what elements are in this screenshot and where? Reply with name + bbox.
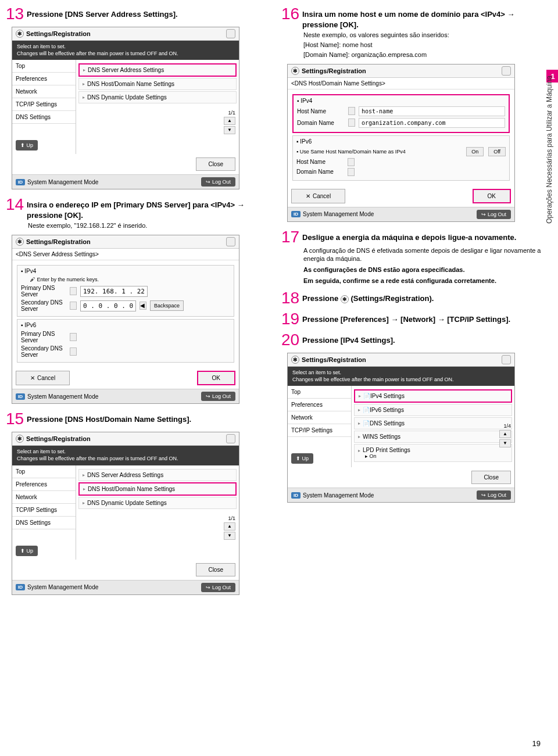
logout-button[interactable]: ↪ Log Out <box>201 583 235 592</box>
page-up[interactable]: ▲ <box>224 522 235 531</box>
window-title: Settings/Registration <box>26 30 91 37</box>
page-down[interactable]: ▼ <box>499 439 511 447</box>
item-dns-server-address[interactable]: ▸DNS Server Address Settings <box>78 63 237 77</box>
group-ipv4: IPv4 <box>301 98 312 104</box>
primary-dns-input[interactable]: 192. 168. 1 . 22 <box>80 286 148 297</box>
instruction-banner: Select an item to set.Changes will be ef… <box>12 446 239 465</box>
cursor-left-icon[interactable]: ◀ <box>140 302 146 310</box>
item-ipv4-settings[interactable]: ▸📄 IPv4 Settings <box>354 389 512 403</box>
step-text: Pressione [DNS Server Address Settings]. <box>27 6 178 20</box>
breadcrumb: <DNS Server Address Settings> <box>12 249 239 260</box>
mode-label: System Management Mode <box>27 179 98 185</box>
off-button[interactable]: Off <box>488 147 506 156</box>
cancel-button[interactable]: ✕ Cancel <box>291 189 345 203</box>
label-domainname: Domain Name <box>297 120 345 126</box>
domainname-input[interactable]: organization.company.com <box>359 118 505 128</box>
crumb-preferences[interactable]: Preferences <box>12 73 76 85</box>
logout-button[interactable]: ↪ Log Out <box>477 490 511 500</box>
step-text: Pressione ✻ (Settings/Registration). <box>302 290 434 304</box>
help-icon[interactable] <box>226 237 235 246</box>
ok-button[interactable]: OK <box>197 371 235 385</box>
id-badge: ID <box>291 492 301 499</box>
hostname-input[interactable]: host-name <box>359 106 505 116</box>
backspace-button[interactable]: Backspace <box>150 300 184 311</box>
group-ipv6: IPv6 <box>24 322 36 328</box>
crumb-tcpip[interactable]: TCP/IP Settings <box>12 504 76 517</box>
crumb-network[interactable]: Network <box>12 491 76 504</box>
chevron-icon[interactable] <box>348 158 355 166</box>
item-dns-settings[interactable]: ▸📄 DNS Settings <box>354 417 512 429</box>
crumb-network[interactable]: Network <box>12 85 76 98</box>
mode-label: System Management Mode <box>27 584 98 590</box>
crumb-dns[interactable]: DNS Settings <box>12 111 76 124</box>
item-dns-dynamic[interactable]: ▸DNS Dynamic Update Settings <box>78 497 237 509</box>
item-dns-host-domain[interactable]: ▸DNS Host/Domain Name Settings <box>78 78 237 90</box>
gear-icon: ✻ <box>291 67 299 75</box>
logout-button[interactable]: ↪ Log Out <box>201 392 235 401</box>
logout-button[interactable]: ↪ Log Out <box>201 177 235 187</box>
chevron-icon[interactable] <box>70 347 77 356</box>
help-icon[interactable] <box>226 434 235 443</box>
crumb-top[interactable]: Top <box>288 386 351 399</box>
close-button[interactable]: Close <box>471 471 511 484</box>
breadcrumb-panel: Top Preferences Network TCP/IP Settings … <box>12 465 76 560</box>
item-wins-settings[interactable]: ▸WINS Settings <box>354 431 512 443</box>
step-number: 19 <box>281 311 300 327</box>
chevron-icon[interactable] <box>348 107 355 115</box>
step-17: 17 Desligue a energia da máquina e depoi… <box>281 229 546 285</box>
step-number: 14 <box>6 196 24 213</box>
id-badge: ID <box>16 393 25 400</box>
ok-button[interactable]: OK <box>473 189 511 203</box>
item-dns-dynamic[interactable]: ▸DNS Dynamic Update Settings <box>78 91 237 103</box>
crumb-tcpip[interactable]: TCP/IP Settings <box>12 98 76 111</box>
crumb-network[interactable]: Network <box>288 411 351 424</box>
item-ipv6-settings[interactable]: ▸📄 IPv6 Settings <box>354 404 512 416</box>
help-icon[interactable] <box>226 29 235 38</box>
crumb-top[interactable]: Top <box>12 60 76 73</box>
screenshot-dns-settings-2: ✻Settings/Registration Select an item to… <box>12 432 271 594</box>
label-primary: Primary DNS Server <box>21 285 66 298</box>
crumb-dns[interactable]: DNS Settings <box>12 517 76 529</box>
crumb-preferences[interactable]: Preferences <box>288 399 351 411</box>
chevron-icon[interactable] <box>70 302 77 310</box>
up-button[interactable]: ⬆ Up <box>16 546 38 556</box>
up-button[interactable]: ⬆ Up <box>291 453 313 464</box>
screenshot-dns-settings: ✻Settings/Registration Select an item to… <box>12 27 271 189</box>
step-number: 13 <box>6 6 24 22</box>
help-icon[interactable] <box>502 355 511 364</box>
page-indicator: 1/1 <box>224 110 235 116</box>
step-note-bold: Em seguida, confirme se a rede está conf… <box>303 277 546 285</box>
secondary-dns-input[interactable]: 0 . 0 . 0 . 0 <box>80 300 136 311</box>
chevron-icon[interactable] <box>348 119 355 127</box>
crumb-tcpip[interactable]: TCP/IP Settings <box>288 424 351 437</box>
item-dns-host-domain[interactable]: ▸DNS Host/Domain Name Settings <box>78 482 237 496</box>
step-text: Insira um nome host e um nome de domínio… <box>302 6 546 30</box>
page-down[interactable]: ▼ <box>224 532 235 540</box>
window-title: Settings/Registration <box>302 67 366 74</box>
item-dns-server-address[interactable]: ▸DNS Server Address Settings <box>78 469 237 481</box>
instruction-banner: Select an item to set.Changes will be ef… <box>12 41 239 60</box>
label-domainname: Domain Name <box>296 169 344 175</box>
up-button[interactable]: ⬆ Up <box>16 140 38 151</box>
chevron-icon[interactable] <box>70 333 77 341</box>
close-button[interactable]: Close <box>196 157 235 171</box>
crumb-preferences[interactable]: Preferences <box>12 478 76 491</box>
close-button[interactable]: Close <box>196 563 235 576</box>
mode-label: System Management Mode <box>303 211 374 217</box>
page-down[interactable]: ▼ <box>224 126 235 134</box>
on-button[interactable]: On <box>466 147 484 156</box>
page-up[interactable]: ▲ <box>499 430 511 438</box>
page-up[interactable]: ▲ <box>224 117 235 125</box>
logout-button[interactable]: ↪ Log Out <box>477 210 511 219</box>
window-title: Settings/Registration <box>302 356 366 363</box>
help-icon[interactable] <box>502 66 511 76</box>
cancel-button[interactable]: ✕ Cancel <box>16 371 70 385</box>
label-hostname: Host Name <box>297 108 345 114</box>
crumb-top[interactable]: Top <box>12 465 76 478</box>
chevron-icon[interactable] <box>348 168 355 176</box>
item-lpd-settings[interactable]: ▸LPD Print Settings ▸ On <box>354 444 512 462</box>
step-note: Neste exemplo, os valores seguintes são … <box>303 31 546 40</box>
chevron-icon[interactable] <box>70 287 77 295</box>
step-note: Neste exemplo, "192.168.1.22" é inserido… <box>28 221 271 230</box>
page-indicator: 1/1 <box>224 515 235 521</box>
